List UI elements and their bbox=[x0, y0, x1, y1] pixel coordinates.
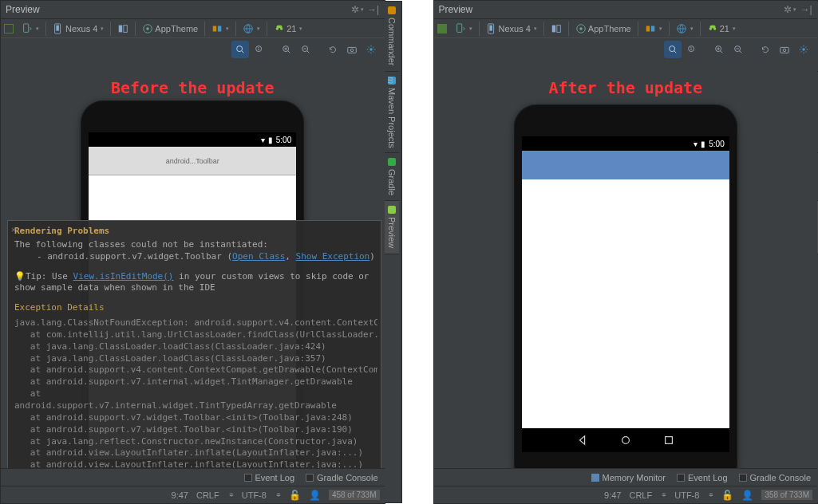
open-class-link[interactable]: Open Class bbox=[232, 251, 285, 262]
render-status-icon bbox=[437, 24, 447, 33]
preview-canvas: Before the update ▾ ▮ 5:00 android...Too… bbox=[1, 61, 385, 503]
signal-icon: ▾ bbox=[694, 140, 697, 148]
commander-tab[interactable]: Commander bbox=[385, 2, 399, 72]
screenshot-icon[interactable] bbox=[776, 41, 793, 58]
refresh-icon[interactable] bbox=[324, 41, 342, 58]
android-statusbar: ▾ ▮ 5:00 bbox=[522, 136, 729, 151]
locale-button[interactable]: ▾ bbox=[673, 21, 697, 37]
device-frame: ▾ ▮ 5:00 bbox=[514, 104, 737, 487]
svg-rect-21 bbox=[456, 23, 461, 32]
encoding[interactable]: UTF-8 bbox=[674, 490, 699, 500]
svg-point-27 bbox=[579, 27, 583, 30]
zoom-fit-icon[interactable] bbox=[231, 41, 249, 58]
theme-selector[interactable]: AppTheme bbox=[572, 21, 634, 37]
screenshot-icon[interactable] bbox=[343, 41, 361, 58]
gradle-tab[interactable]: Gradle bbox=[385, 153, 399, 201]
gradle-console-tab[interactable]: Gradle Console bbox=[306, 473, 377, 482]
settings-icon[interactable] bbox=[362, 41, 380, 58]
hide-icon[interactable]: →| bbox=[367, 3, 380, 16]
maven-tab[interactable]: mMaven Projects bbox=[385, 72, 399, 154]
pane-before: Preview ✲▾ →| ▾ Nexus 4▾ AppTheme ▾ ▾ 21… bbox=[0, 0, 385, 504]
device-selector[interactable]: Nexus 4▾ bbox=[483, 21, 540, 37]
encoding[interactable]: UTF-8 bbox=[242, 490, 267, 500]
svg-point-13 bbox=[236, 46, 242, 52]
zoom-fit-icon[interactable] bbox=[664, 41, 682, 58]
zoom-toolbar: 1 bbox=[434, 38, 818, 61]
right-gutter-tabs: Commander mMaven Projects Gradle Preview bbox=[385, 1, 402, 503]
svg-point-34 bbox=[670, 46, 675, 52]
bulb-icon: 💡 bbox=[14, 271, 26, 282]
settings-icon[interactable] bbox=[795, 41, 812, 58]
svg-rect-0 bbox=[24, 23, 29, 32]
error-line: The following classes could not be insta… bbox=[14, 239, 377, 251]
hide-icon[interactable]: →| bbox=[800, 3, 812, 16]
svg-rect-7 bbox=[213, 26, 216, 31]
gradle-console-tab[interactable]: Gradle Console bbox=[739, 473, 811, 482]
svg-rect-28 bbox=[646, 26, 649, 31]
refresh-icon[interactable] bbox=[757, 41, 774, 58]
svg-rect-8 bbox=[218, 26, 221, 31]
svg-rect-3 bbox=[119, 25, 122, 32]
event-log-tab[interactable]: Event Log bbox=[677, 473, 728, 482]
memory-indicator[interactable]: 458 of 733M bbox=[329, 490, 380, 500]
pane-after: Preview ✲▾ →| ▾ Nexus 4▾ AppTheme ▾ ▾ 21… bbox=[433, 0, 819, 504]
preview-tab[interactable]: Preview bbox=[385, 201, 399, 254]
status-bar: 9:47 CRLF≑ UTF-8≑ 🔓 👤 458 of 733M bbox=[1, 486, 385, 503]
zoom-actual-icon[interactable]: 1 bbox=[251, 41, 268, 58]
config-toolbar: ▾ Nexus 4▾ AppTheme ▾ ▾ 21▾ bbox=[1, 19, 385, 38]
config-button[interactable]: ▾ bbox=[642, 21, 666, 37]
zoom-out-icon[interactable] bbox=[297, 41, 314, 58]
svg-rect-25 bbox=[557, 25, 560, 32]
error-title: Rendering Problems bbox=[14, 226, 377, 238]
orientation-button[interactable]: ▾ bbox=[18, 21, 42, 37]
svg-rect-12 bbox=[277, 25, 283, 28]
memory-indicator[interactable]: 358 of 733M bbox=[761, 490, 812, 500]
after-caption: After the update bbox=[434, 78, 818, 97]
inspect-icon[interactable]: 👤 bbox=[741, 490, 753, 501]
zoom-actual-icon[interactable]: 1 bbox=[683, 41, 701, 58]
before-caption: Before the update bbox=[1, 78, 385, 97]
gear-icon[interactable]: ✲▾ bbox=[351, 3, 364, 16]
orientation-button[interactable]: ▾ bbox=[452, 21, 476, 37]
svg-point-42 bbox=[622, 437, 629, 444]
line-ending[interactable]: CRLF bbox=[196, 490, 219, 500]
line-ending[interactable]: CRLF bbox=[629, 490, 652, 500]
lock-icon[interactable]: 🔓 bbox=[721, 490, 733, 501]
locale-button[interactable]: ▾ bbox=[239, 21, 263, 37]
svg-point-41 bbox=[802, 48, 805, 51]
caret-pos: 9:47 bbox=[604, 490, 621, 500]
svg-point-40 bbox=[783, 49, 786, 52]
svg-rect-4 bbox=[124, 25, 127, 32]
svg-rect-33 bbox=[709, 25, 715, 28]
home-icon bbox=[620, 435, 631, 446]
lock-icon[interactable]: 🔓 bbox=[289, 490, 301, 501]
broken-toolbar: android...Toolbar bbox=[89, 147, 296, 175]
zoom-in-icon[interactable] bbox=[278, 41, 295, 58]
close-icon[interactable]: ✕ bbox=[11, 224, 16, 235]
device-screen: ▾ ▮ 5:00 bbox=[522, 136, 729, 452]
android-navbar bbox=[522, 428, 729, 452]
api-selector[interactable]: 21▾ bbox=[704, 21, 739, 37]
theme-selector[interactable]: AppTheme bbox=[139, 21, 201, 37]
svg-rect-18 bbox=[347, 47, 356, 53]
inspect-icon[interactable]: 👤 bbox=[309, 490, 321, 501]
config-button[interactable]: ▾ bbox=[208, 21, 232, 37]
status-time: 5:00 bbox=[709, 140, 724, 148]
event-log-tab[interactable]: Event Log bbox=[244, 473, 295, 482]
zoom-in-icon[interactable] bbox=[710, 41, 728, 58]
show-exception-link[interactable]: Show Exception bbox=[296, 251, 370, 262]
layout-variant-button[interactable] bbox=[547, 21, 565, 37]
zoom-out-icon[interactable] bbox=[729, 41, 747, 58]
battery-icon: ▮ bbox=[701, 140, 705, 148]
edit-mode-link[interactable]: View.isInEditMode() bbox=[73, 271, 174, 282]
memory-monitor-tab[interactable]: Memory Monitor bbox=[591, 473, 666, 482]
bottom-tool-tabs: Memory Monitor Event Log Gradle Console bbox=[434, 468, 818, 486]
api-selector[interactable]: 21▾ bbox=[271, 21, 306, 37]
svg-text:1: 1 bbox=[257, 46, 259, 51]
layout-variant-button[interactable] bbox=[114, 21, 132, 37]
device-selector[interactable]: Nexus 4▾ bbox=[49, 21, 107, 37]
preview-canvas: After the update ▾ ▮ 5:00 bbox=[434, 61, 818, 503]
zoom-toolbar: 1 bbox=[1, 38, 385, 61]
rendering-error-panel: ✕ Rendering Problems The following class… bbox=[7, 220, 381, 478]
gear-icon[interactable]: ✲▾ bbox=[784, 3, 796, 16]
